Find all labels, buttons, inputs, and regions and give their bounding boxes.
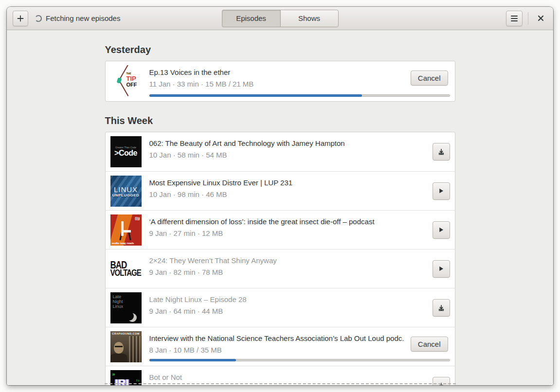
tab-shows[interactable]: Shows — [280, 10, 339, 27]
section-heading: Yesterday — [105, 43, 455, 56]
download-progress-fill — [149, 94, 362, 97]
episode-meta: 9 Jan · 82 min · 78 MB — [149, 268, 427, 276]
titlebar: Fetching new episodes Episodes Shows — [7, 7, 553, 30]
podcast-artwork: CRAPHOUND.COM — [110, 331, 142, 362]
tab-episodes[interactable]: Episodes — [222, 10, 280, 27]
episode-row[interactable]: THETIPOFFEp.13 Voices in the ether11 Jan… — [106, 61, 455, 101]
download-progress-fill — [149, 359, 236, 361]
episode-row[interactable]: »IRL3:pBot or Not — [106, 366, 455, 385]
episode-title: 062: The Beauty of Art and Technology wi… — [149, 139, 427, 148]
episode-title: Late Night Linux – Episode 28 — [149, 295, 427, 304]
episode-row[interactable]: BADVOLTAGE2×24: They Weren’t That Shiny … — [106, 249, 455, 288]
download-progressbar — [149, 359, 450, 361]
app-window: Fetching new episodes Episodes Shows Yes… — [7, 7, 553, 385]
podcast-artwork: ((gaudio long reads — [110, 214, 142, 246]
play-button[interactable] — [433, 260, 450, 278]
menu-button[interactable] — [506, 11, 523, 26]
episodes-column: YesterdayTHETIPOFFEp.13 Voices in the et… — [105, 43, 455, 385]
episode-title: Bot or Not — [149, 373, 427, 382]
episode-meta: 10 Jan · 98 min · 46 MB — [149, 190, 427, 198]
view-switcher: Episodes Shows — [222, 10, 339, 27]
episode-meta: 10 Jan · 58 min · 54 MB — [149, 151, 427, 159]
episode-title: ‘A different dimension of loss’: inside … — [149, 217, 427, 227]
play-icon — [437, 187, 445, 195]
spinner-icon — [35, 15, 42, 22]
status-text: Fetching new episodes — [46, 14, 120, 22]
download-progressbar — [149, 94, 450, 97]
section-heading: This Week — [105, 114, 455, 127]
episode-meta: 11 Jan · 33 min · 15 MB / 21 MB — [149, 80, 405, 88]
download-button[interactable] — [433, 143, 450, 160]
cancel-download-button[interactable]: Cancel — [411, 71, 448, 86]
episode-title: Interview with the National Science Teac… — [149, 334, 405, 343]
play-icon — [437, 265, 445, 272]
episode-text: Late Night Linux – Episode 289 Jan · 64 … — [149, 295, 427, 323]
episode-title: Ep.13 Voices in the ether — [149, 68, 405, 77]
podcast-artwork: THETIPOFF — [110, 65, 142, 96]
podcast-artwork: Greater Than Code>Code — [110, 136, 142, 167]
plus-icon — [17, 15, 24, 22]
episode-text: 2×24: They Weren’t That Shiny Anyway9 Ja… — [149, 256, 427, 284]
titlebar-separator — [528, 12, 528, 25]
episodes-view: YesterdayTHETIPOFFEp.13 Voices in the et… — [7, 31, 553, 385]
episode-text: Interview with the National Science Teac… — [149, 334, 405, 362]
episode-row[interactable]: LateNightLinuxLate Night Linux – Episode… — [106, 288, 455, 327]
download-icon — [437, 304, 445, 312]
podcast-artwork: BADVOLTAGE — [110, 253, 142, 285]
episode-row[interactable]: Greater Than Code>Code062: The Beauty of… — [106, 132, 455, 171]
episode-text: ‘A different dimension of loss’: inside … — [149, 217, 427, 245]
episode-text: Most Expensive Linux Distro Ever | LUP 2… — [149, 178, 427, 206]
episode-text: Ep.13 Voices in the ether11 Jan · 33 min… — [149, 68, 405, 97]
episode-title: 2×24: They Weren’t That Shiny Anyway — [149, 256, 427, 266]
episode-title: Most Expensive Linux Distro Ever | LUP 2… — [149, 178, 427, 188]
download-button[interactable] — [433, 299, 450, 317]
episode-meta: 8 Jan · 10 MB / 35 MB — [149, 346, 405, 354]
download-icon — [437, 148, 445, 156]
scroll-undershoot-indicator — [105, 383, 456, 384]
cancel-download-button[interactable]: Cancel — [411, 337, 448, 352]
close-icon — [538, 15, 544, 21]
hamburger-icon — [511, 16, 518, 21]
add-podcast-button[interactable] — [13, 11, 28, 26]
play-icon — [437, 226, 445, 233]
titlebar-right — [506, 11, 547, 26]
episode-meta: 9 Jan · 64 min · 44 MB — [149, 307, 427, 315]
podcast-artwork: LateNightLinux — [110, 292, 142, 323]
episode-row[interactable]: CRAPHOUND.COMInterview with the National… — [106, 327, 455, 366]
episode-card: Greater Than Code>Code062: The Beauty of… — [105, 132, 455, 385]
podcast-artwork: LINUXUNPLUGGED — [110, 176, 142, 207]
episode-text: 062: The Beauty of Art and Technology wi… — [149, 139, 427, 167]
episode-meta: 9 Jan · 27 min · 12 MB — [149, 229, 427, 237]
episode-row[interactable]: ((gaudio long reads‘A different dimensio… — [106, 210, 455, 249]
play-button[interactable] — [433, 221, 450, 239]
play-button[interactable] — [433, 182, 450, 200]
episode-card: THETIPOFFEp.13 Voices in the ether11 Jan… — [105, 61, 455, 102]
close-button[interactable] — [534, 12, 547, 25]
episode-row[interactable]: LINUXUNPLUGGEDMost Expensive Linux Distr… — [106, 171, 455, 210]
